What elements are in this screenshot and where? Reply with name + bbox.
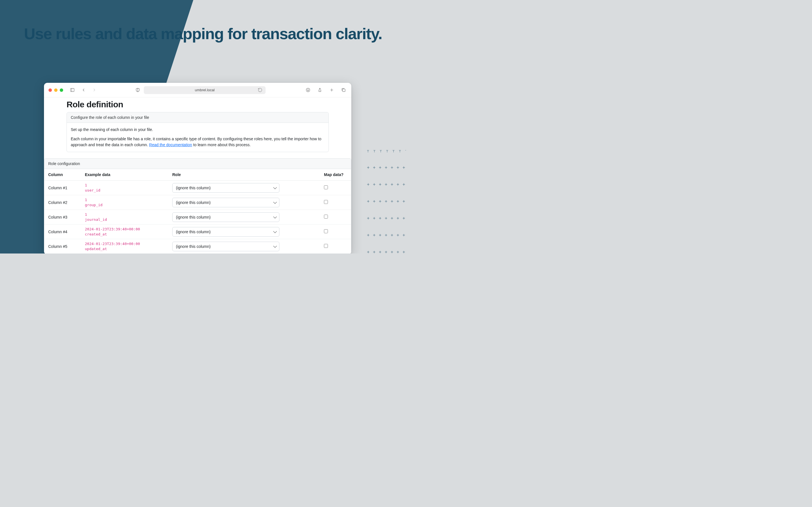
maximize-window-button[interactable]	[60, 89, 63, 92]
th-role: Role	[168, 169, 320, 180]
role-cell: (ignore this column)	[168, 224, 320, 239]
column-name: Column #4	[44, 224, 81, 239]
intro-paragraph-1: Set up the meaning of each column in you…	[71, 127, 324, 133]
decorative-plus-grid-right: ⊤⊤⊤⊤⊤⊤⊤ +++++++ +++++++ +++++++ +++++++ …	[367, 141, 406, 253]
window-controls	[49, 89, 63, 92]
map-data-checkbox[interactable]	[324, 215, 328, 219]
address-bar[interactable]: umbrel.local	[144, 86, 266, 94]
map-data-checkbox[interactable]	[324, 244, 328, 248]
role-select[interactable]: (ignore this column)	[172, 183, 280, 193]
map-cell	[320, 239, 351, 253]
th-example: Example data	[81, 169, 168, 180]
table-row: Column #21group_id(ignore this column)	[44, 195, 351, 210]
example-data: 2024-01-23T23:39:40+00:00created_at	[81, 224, 168, 239]
reload-icon[interactable]	[257, 87, 263, 94]
intro-card-body: Set up the meaning of each column in you…	[67, 123, 328, 152]
role-select[interactable]: (ignore this column)	[172, 212, 280, 222]
example-data: 2024-01-23T23:39:40+00:00updated_at	[81, 239, 168, 253]
intro-paragraph-2: Each column in your importable file has …	[71, 136, 324, 148]
column-name: Column #2	[44, 195, 81, 210]
intro-card: Configure the role of each column in you…	[66, 112, 329, 152]
map-cell	[320, 210, 351, 224]
example-data: 1group_id	[81, 195, 168, 210]
svg-rect-0	[70, 89, 74, 92]
role-cell: (ignore this column)	[168, 210, 320, 224]
example-data: 1user_id	[81, 180, 168, 195]
forward-button-icon[interactable]	[91, 87, 98, 94]
role-select[interactable]: (ignore this column)	[172, 198, 280, 207]
map-data-checkbox[interactable]	[324, 229, 328, 233]
column-name: Column #5	[44, 239, 81, 253]
table-row: Column #52024-01-23T23:39:40+00:00update…	[44, 239, 351, 253]
documentation-link[interactable]: Read the documentation	[149, 143, 192, 147]
role-select[interactable]: (ignore this column)	[172, 227, 280, 237]
sidebar-toggle-icon[interactable]	[69, 87, 75, 94]
map-cell	[320, 180, 351, 195]
minimize-window-button[interactable]	[54, 89, 57, 92]
map-cell	[320, 195, 351, 210]
map-data-checkbox[interactable]	[324, 200, 328, 204]
intro-card-header: Configure the role of each column in you…	[67, 112, 328, 123]
new-tab-icon[interactable]	[328, 87, 335, 94]
close-window-button[interactable]	[49, 89, 52, 92]
page-content: Role definition Configure the role of ea…	[44, 98, 351, 253]
browser-toolbar: umbrel.local	[44, 83, 351, 98]
th-column: Column	[44, 169, 81, 180]
browser-window: umbrel.local Role definition Configure t…	[44, 83, 351, 253]
page-title: Role definition	[66, 100, 329, 109]
table-row: Column #11user_id(ignore this column)	[44, 180, 351, 195]
table-row: Column #42024-01-23T23:39:40+00:00create…	[44, 224, 351, 239]
map-data-checkbox[interactable]	[324, 185, 328, 189]
downloads-icon[interactable]	[305, 87, 311, 94]
role-configuration-card: Role configuration Column Example data R…	[44, 158, 351, 253]
back-button-icon[interactable]	[80, 87, 87, 94]
role-select[interactable]: (ignore this column)	[172, 242, 280, 251]
address-text: umbrel.local	[195, 88, 214, 92]
table-row: Column #31journal_id(ignore this column)	[44, 210, 351, 224]
example-data: 1journal_id	[81, 210, 168, 224]
role-table: Column Example data Role Map data? Colum…	[44, 169, 351, 253]
column-name: Column #3	[44, 210, 81, 224]
tabs-overview-icon[interactable]	[340, 87, 347, 94]
svg-rect-8	[342, 89, 345, 92]
table-header-row: Column Example data Role Map data?	[44, 169, 351, 180]
map-cell	[320, 224, 351, 239]
role-cell: (ignore this column)	[168, 239, 320, 253]
th-map: Map data?	[320, 169, 351, 180]
role-cell: (ignore this column)	[168, 195, 320, 210]
shield-icon[interactable]	[134, 87, 141, 94]
headline: Use rules and data mapping for transacti…	[0, 24, 406, 44]
share-icon[interactable]	[316, 87, 323, 94]
role-configuration-header: Role configuration	[44, 159, 351, 169]
role-cell: (ignore this column)	[168, 180, 320, 195]
column-name: Column #1	[44, 180, 81, 195]
